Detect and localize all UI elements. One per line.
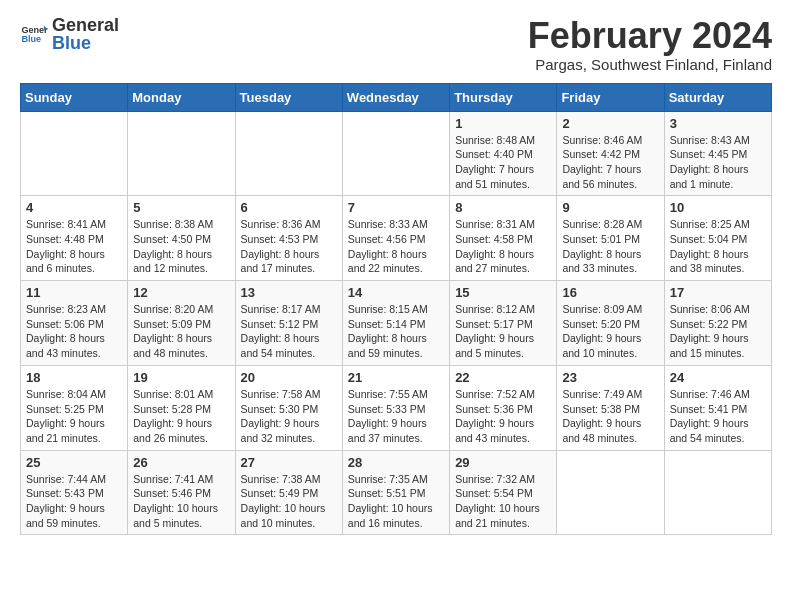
day-info: Sunrise: 7:46 AMSunset: 5:41 PMDaylight:… (670, 387, 766, 446)
calendar-header: SundayMondayTuesdayWednesdayThursdayFrid… (21, 83, 772, 111)
month-title: February 2024 (528, 16, 772, 56)
calendar-week-1: 1Sunrise: 8:48 AMSunset: 4:40 PMDaylight… (21, 111, 772, 196)
day-info: Sunrise: 8:33 AMSunset: 4:56 PMDaylight:… (348, 217, 444, 276)
day-info: Sunrise: 7:52 AMSunset: 5:36 PMDaylight:… (455, 387, 551, 446)
day-number: 14 (348, 285, 444, 300)
calendar-cell: 27Sunrise: 7:38 AMSunset: 5:49 PMDayligh… (235, 450, 342, 535)
title-area: February 2024 Pargas, Southwest Finland,… (528, 16, 772, 73)
day-number: 29 (455, 455, 551, 470)
day-info: Sunrise: 8:36 AMSunset: 4:53 PMDaylight:… (241, 217, 337, 276)
day-number: 26 (133, 455, 229, 470)
day-number: 19 (133, 370, 229, 385)
calendar-cell: 23Sunrise: 7:49 AMSunset: 5:38 PMDayligh… (557, 365, 664, 450)
weekday-header-sunday: Sunday (21, 83, 128, 111)
calendar-cell: 7Sunrise: 8:33 AMSunset: 4:56 PMDaylight… (342, 196, 449, 281)
calendar-cell: 10Sunrise: 8:25 AMSunset: 5:04 PMDayligh… (664, 196, 771, 281)
calendar-cell: 3Sunrise: 8:43 AMSunset: 4:45 PMDaylight… (664, 111, 771, 196)
calendar-cell: 19Sunrise: 8:01 AMSunset: 5:28 PMDayligh… (128, 365, 235, 450)
calendar-cell: 20Sunrise: 7:58 AMSunset: 5:30 PMDayligh… (235, 365, 342, 450)
logo-general-text: General (52, 16, 119, 34)
day-number: 27 (241, 455, 337, 470)
day-number: 7 (348, 200, 444, 215)
day-number: 16 (562, 285, 658, 300)
day-number: 28 (348, 455, 444, 470)
calendar-cell: 17Sunrise: 8:06 AMSunset: 5:22 PMDayligh… (664, 281, 771, 366)
day-number: 8 (455, 200, 551, 215)
day-number: 9 (562, 200, 658, 215)
day-info: Sunrise: 8:48 AMSunset: 4:40 PMDaylight:… (455, 133, 551, 192)
calendar-body: 1Sunrise: 8:48 AMSunset: 4:40 PMDaylight… (21, 111, 772, 535)
calendar-cell: 13Sunrise: 8:17 AMSunset: 5:12 PMDayligh… (235, 281, 342, 366)
calendar-cell: 6Sunrise: 8:36 AMSunset: 4:53 PMDaylight… (235, 196, 342, 281)
day-info: Sunrise: 8:20 AMSunset: 5:09 PMDaylight:… (133, 302, 229, 361)
calendar-cell: 25Sunrise: 7:44 AMSunset: 5:43 PMDayligh… (21, 450, 128, 535)
calendar-cell (21, 111, 128, 196)
day-info: Sunrise: 7:41 AMSunset: 5:46 PMDaylight:… (133, 472, 229, 531)
day-info: Sunrise: 8:23 AMSunset: 5:06 PMDaylight:… (26, 302, 122, 361)
day-number: 22 (455, 370, 551, 385)
calendar-cell: 12Sunrise: 8:20 AMSunset: 5:09 PMDayligh… (128, 281, 235, 366)
day-number: 20 (241, 370, 337, 385)
day-number: 21 (348, 370, 444, 385)
calendar-cell: 8Sunrise: 8:31 AMSunset: 4:58 PMDaylight… (450, 196, 557, 281)
calendar-cell (664, 450, 771, 535)
day-info: Sunrise: 7:58 AMSunset: 5:30 PMDaylight:… (241, 387, 337, 446)
calendar-cell: 1Sunrise: 8:48 AMSunset: 4:40 PMDaylight… (450, 111, 557, 196)
calendar-cell: 24Sunrise: 7:46 AMSunset: 5:41 PMDayligh… (664, 365, 771, 450)
calendar-cell: 2Sunrise: 8:46 AMSunset: 4:42 PMDaylight… (557, 111, 664, 196)
day-info: Sunrise: 8:12 AMSunset: 5:17 PMDaylight:… (455, 302, 551, 361)
calendar-cell: 26Sunrise: 7:41 AMSunset: 5:46 PMDayligh… (128, 450, 235, 535)
day-number: 25 (26, 455, 122, 470)
calendar-cell: 21Sunrise: 7:55 AMSunset: 5:33 PMDayligh… (342, 365, 449, 450)
day-info: Sunrise: 8:25 AMSunset: 5:04 PMDaylight:… (670, 217, 766, 276)
day-info: Sunrise: 8:09 AMSunset: 5:20 PMDaylight:… (562, 302, 658, 361)
calendar-week-2: 4Sunrise: 8:41 AMSunset: 4:48 PMDaylight… (21, 196, 772, 281)
day-number: 23 (562, 370, 658, 385)
logo-icon: General Blue (20, 20, 48, 48)
day-number: 5 (133, 200, 229, 215)
calendar-week-3: 11Sunrise: 8:23 AMSunset: 5:06 PMDayligh… (21, 281, 772, 366)
day-number: 13 (241, 285, 337, 300)
logo-blue-text: Blue (52, 34, 119, 52)
day-number: 15 (455, 285, 551, 300)
calendar-cell: 4Sunrise: 8:41 AMSunset: 4:48 PMDaylight… (21, 196, 128, 281)
calendar-cell: 15Sunrise: 8:12 AMSunset: 5:17 PMDayligh… (450, 281, 557, 366)
day-info: Sunrise: 8:04 AMSunset: 5:25 PMDaylight:… (26, 387, 122, 446)
calendar-cell: 28Sunrise: 7:35 AMSunset: 5:51 PMDayligh… (342, 450, 449, 535)
day-number: 11 (26, 285, 122, 300)
calendar-table: SundayMondayTuesdayWednesdayThursdayFrid… (20, 83, 772, 536)
logo-text: General Blue (52, 16, 119, 52)
calendar-cell: 22Sunrise: 7:52 AMSunset: 5:36 PMDayligh… (450, 365, 557, 450)
location-subtitle: Pargas, Southwest Finland, Finland (528, 56, 772, 73)
calendar-cell: 11Sunrise: 8:23 AMSunset: 5:06 PMDayligh… (21, 281, 128, 366)
calendar-cell (235, 111, 342, 196)
day-info: Sunrise: 8:01 AMSunset: 5:28 PMDaylight:… (133, 387, 229, 446)
day-info: Sunrise: 7:55 AMSunset: 5:33 PMDaylight:… (348, 387, 444, 446)
day-number: 24 (670, 370, 766, 385)
day-info: Sunrise: 7:32 AMSunset: 5:54 PMDaylight:… (455, 472, 551, 531)
day-info: Sunrise: 8:17 AMSunset: 5:12 PMDaylight:… (241, 302, 337, 361)
day-info: Sunrise: 8:41 AMSunset: 4:48 PMDaylight:… (26, 217, 122, 276)
weekday-header-monday: Monday (128, 83, 235, 111)
day-number: 6 (241, 200, 337, 215)
day-number: 4 (26, 200, 122, 215)
day-info: Sunrise: 8:28 AMSunset: 5:01 PMDaylight:… (562, 217, 658, 276)
header: General Blue General Blue February 2024 … (20, 16, 772, 73)
day-info: Sunrise: 7:35 AMSunset: 5:51 PMDaylight:… (348, 472, 444, 531)
day-info: Sunrise: 8:43 AMSunset: 4:45 PMDaylight:… (670, 133, 766, 192)
day-info: Sunrise: 8:06 AMSunset: 5:22 PMDaylight:… (670, 302, 766, 361)
logo: General Blue General Blue (20, 16, 119, 52)
day-info: Sunrise: 7:38 AMSunset: 5:49 PMDaylight:… (241, 472, 337, 531)
calendar-cell (342, 111, 449, 196)
weekday-header-thursday: Thursday (450, 83, 557, 111)
day-number: 3 (670, 116, 766, 131)
calendar-cell: 14Sunrise: 8:15 AMSunset: 5:14 PMDayligh… (342, 281, 449, 366)
calendar-week-4: 18Sunrise: 8:04 AMSunset: 5:25 PMDayligh… (21, 365, 772, 450)
calendar-cell: 18Sunrise: 8:04 AMSunset: 5:25 PMDayligh… (21, 365, 128, 450)
calendar-cell: 9Sunrise: 8:28 AMSunset: 5:01 PMDaylight… (557, 196, 664, 281)
day-info: Sunrise: 8:15 AMSunset: 5:14 PMDaylight:… (348, 302, 444, 361)
calendar-cell: 29Sunrise: 7:32 AMSunset: 5:54 PMDayligh… (450, 450, 557, 535)
day-number: 17 (670, 285, 766, 300)
day-number: 1 (455, 116, 551, 131)
day-info: Sunrise: 8:31 AMSunset: 4:58 PMDaylight:… (455, 217, 551, 276)
